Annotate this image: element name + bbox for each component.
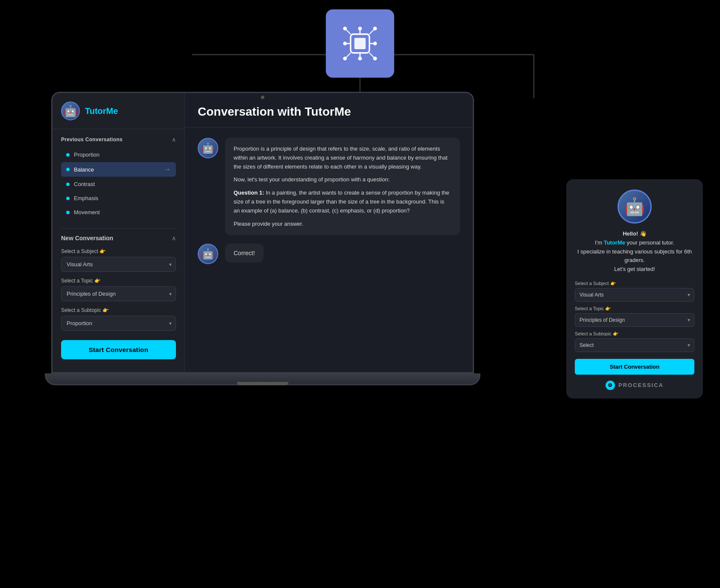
svg-point-22: [373, 26, 377, 30]
conversation-area: 🤖 Proportion is a principle of design th…: [185, 128, 473, 372]
message-row-1: 🤖 Proportion is a principle of design th…: [198, 138, 460, 235]
processica-text: PROCESSICA: [618, 382, 664, 388]
personal-tutor-text: your personal tutor.: [627, 239, 674, 246]
correct-text: Correct!: [234, 250, 255, 256]
mobile-subtopic-label: Select a Subtopic 👉: [575, 331, 694, 337]
tutor-name-text: TutorMe: [604, 239, 625, 246]
sidebar: 🤖 TutorMe Previous Conversations ∧ Propo…: [53, 93, 185, 372]
laptop-bottom: [45, 373, 480, 385]
conv-item-emphasis[interactable]: Emphasis: [61, 192, 176, 205]
mobile-start-button[interactable]: Start Conversation: [575, 359, 694, 375]
mobile-topic-label: Select a Topic 👉: [575, 306, 694, 311]
message-text-1c: Question 1: In a painting, the artist wa…: [234, 189, 451, 215]
svg-point-14: [358, 57, 362, 61]
mobile-topic-wrapper: Principles of Design Color Theory ▾: [575, 313, 694, 327]
correct-bubble: Correct!: [225, 244, 263, 262]
chevron-up-icon-new: ∧: [172, 235, 176, 242]
subtopic-label: Select a Subtopic 👉: [61, 307, 176, 313]
conv-item-movement[interactable]: Movement: [61, 206, 176, 219]
subject-field-group: Select a Subject 👉 Visual Arts Mathemati…: [61, 248, 176, 272]
svg-rect-8: [354, 38, 366, 49]
app-name: TutorMe: [85, 106, 118, 116]
new-conversation-section: New Conversation ∧ Select a Subject 👉 Vi…: [53, 235, 184, 364]
laptop-hinge: [237, 382, 288, 385]
scene: 🤖 TutorMe Previous Conversations ∧ Propo…: [0, 0, 720, 588]
sidebar-header: 🤖 TutorMe: [53, 102, 184, 129]
svg-point-13: [358, 26, 362, 30]
arrow-icon: →: [164, 166, 171, 173]
conv-label: Movement: [74, 209, 100, 215]
previous-label: Previous Conversations: [61, 137, 123, 143]
subject-select[interactable]: Visual Arts Mathematics Science: [61, 257, 176, 272]
circuit-box: [326, 9, 394, 78]
subtopic-select[interactable]: Proportion Balance Contrast: [61, 316, 176, 331]
mobile-panel: 🤖 Hello! 👋 I'm TutorMe your personal tut…: [566, 179, 703, 399]
specialize-text: I specialize in teaching various subject…: [575, 247, 694, 265]
start-conversation-button[interactable]: Start Conversation: [61, 340, 176, 359]
sidebar-avatar: 🤖: [61, 102, 80, 120]
subject-select-wrapper: Visual Arts Mathematics Science ▾: [61, 257, 176, 272]
mobile-subtopic-wrapper: Select Proportion Balance ▾: [575, 338, 694, 352]
topic-label: Select a Topic 👉: [61, 278, 176, 284]
tutor-avatar-1: 🤖: [198, 138, 218, 158]
message-row-2: 🤖 Correct!: [198, 244, 460, 264]
svg-point-24: [373, 57, 377, 61]
svg-line-19: [346, 53, 351, 58]
circuit-icon: [337, 20, 383, 67]
sidebar-divider: [61, 228, 176, 229]
svg-point-21: [343, 26, 347, 30]
topic-select-wrapper: Principles of Design Color Theory ▾: [61, 286, 176, 301]
mobile-subject-label: Select a Subject 👉: [575, 281, 694, 286]
conv-label: Emphasis: [74, 195, 98, 201]
intro-text: I'm TutorMe your personal tutor.: [575, 239, 694, 247]
mobile-tutor-avatar: 🤖: [618, 189, 652, 224]
conv-dot: [66, 153, 70, 157]
svg-point-15: [343, 42, 347, 46]
message-bubble-1: Proportion is a principle of design that…: [225, 138, 460, 235]
conv-dot: [66, 183, 70, 186]
mobile-subtopic-select[interactable]: Select Proportion Balance: [575, 338, 694, 352]
hello-text: Hello! 👋: [575, 230, 694, 239]
conv-item-balance[interactable]: Balance →: [61, 162, 176, 177]
conv-item-proportion[interactable]: Proportion: [61, 148, 176, 161]
svg-line-18: [369, 29, 374, 34]
svg-line-20: [369, 53, 374, 58]
new-conv-header: New Conversation ∧: [61, 235, 176, 242]
hello-strong: Hello! 👋: [623, 230, 647, 237]
main-header: Conversation with TutorMe: [185, 93, 473, 128]
conv-item-contrast[interactable]: Contrast: [61, 178, 176, 191]
mobile-topic-select[interactable]: Principles of Design Color Theory: [575, 313, 694, 327]
svg-point-16: [373, 42, 377, 46]
conv-label: Proportion: [74, 151, 100, 158]
mobile-subtopic-group: Select a Subtopic 👉 Select Proportion Ba…: [575, 331, 694, 352]
conv-label: Contrast: [74, 181, 95, 187]
mobile-subject-wrapper: Visual Arts Mathematics ▾: [575, 288, 694, 302]
topic-select[interactable]: Principles of Design Color Theory: [61, 286, 176, 301]
subject-label: Select a Subject 👉: [61, 248, 176, 254]
cta-text: Let's get started!: [575, 265, 694, 274]
camera-notch: [261, 96, 264, 99]
mobile-subject-select[interactable]: Visual Arts Mathematics: [575, 288, 694, 302]
svg-point-23: [343, 57, 347, 61]
subtopic-select-wrapper: Proportion Balance Contrast ▾: [61, 316, 176, 331]
tutor-avatar-2: 🤖: [198, 244, 218, 264]
mobile-greeting: Hello! 👋 I'm TutorMe your personal tutor…: [575, 230, 694, 274]
svg-line-17: [346, 29, 351, 34]
message-text-1b: Now, let's test your understanding of pr…: [234, 175, 451, 184]
page-title: Conversation with TutorMe: [198, 105, 460, 119]
processica-footer: ⚙ PROCESSICA: [575, 381, 694, 390]
intro-span: I'm: [595, 239, 604, 246]
message-text-1a: Proportion is a principle of design that…: [234, 145, 451, 171]
main-content: Conversation with TutorMe 🤖 Proportion i…: [185, 93, 473, 372]
message-text-1d: Please provide your answer.: [234, 220, 451, 229]
laptop-wrapper: 🤖 TutorMe Previous Conversations ∧ Propo…: [51, 92, 480, 385]
previous-section-header: Previous Conversations ∧: [61, 136, 176, 143]
previous-conversations-section: Previous Conversations ∧ Proportion Bala…: [53, 129, 184, 222]
conv-label: Balance: [74, 166, 94, 173]
conv-dot: [66, 168, 70, 171]
conv-dot: [66, 197, 70, 200]
mobile-subject-group: Select a Subject 👉 Visual Arts Mathemati…: [575, 281, 694, 302]
new-conv-label: New Conversation: [61, 235, 113, 242]
chevron-up-icon: ∧: [172, 136, 176, 143]
mobile-topic-group: Select a Topic 👉 Principles of Design Co…: [575, 306, 694, 327]
